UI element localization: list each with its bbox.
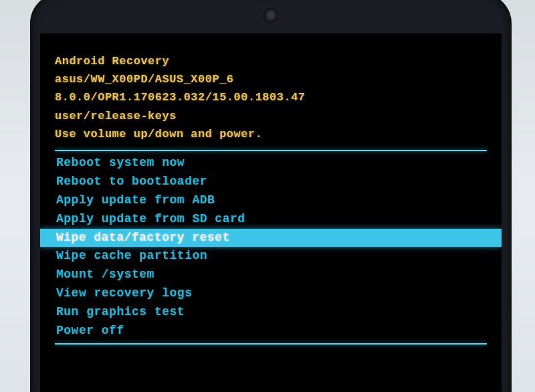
- recovery-title: Android Recovery: [55, 52, 487, 70]
- build-info: 8.0.0/OPR1.170623.032/15.00.1803.47: [55, 88, 487, 106]
- menu-reboot-system[interactable]: Reboot system now: [55, 154, 487, 173]
- menu-view-recovery-logs[interactable]: View recovery logs: [55, 284, 487, 303]
- menu-reboot-bootloader[interactable]: Reboot to bootloader: [55, 173, 487, 191]
- menu-divider-bottom: [55, 343, 487, 345]
- menu-power-off[interactable]: Power off: [55, 322, 487, 340]
- menu-apply-update-sd[interactable]: Apply update from SD card: [55, 210, 487, 229]
- menu-mount-system[interactable]: Mount /system: [55, 266, 487, 284]
- phone-shell: Android Recovery asus/WW_X00PD/ASUS_X00P…: [30, 0, 512, 392]
- menu-run-graphics-test[interactable]: Run graphics test: [55, 303, 487, 322]
- menu-divider-top: [55, 150, 487, 151]
- front-camera: [263, 8, 278, 23]
- keys-info: user/release-keys: [55, 107, 487, 125]
- menu-wipe-cache[interactable]: Wipe cache partition: [55, 247, 487, 266]
- menu-wipe-data-factory-reset[interactable]: Wipe data/factory reset: [40, 229, 502, 248]
- device-info: asus/WW_X00PD/ASUS_X00P_6: [55, 70, 487, 88]
- recovery-screen: Android Recovery asus/WW_X00PD/ASUS_X00P…: [40, 33, 502, 392]
- instruction-text: Use volume up/down and power.: [55, 125, 487, 143]
- menu-apply-update-adb[interactable]: Apply update from ADB: [55, 191, 487, 210]
